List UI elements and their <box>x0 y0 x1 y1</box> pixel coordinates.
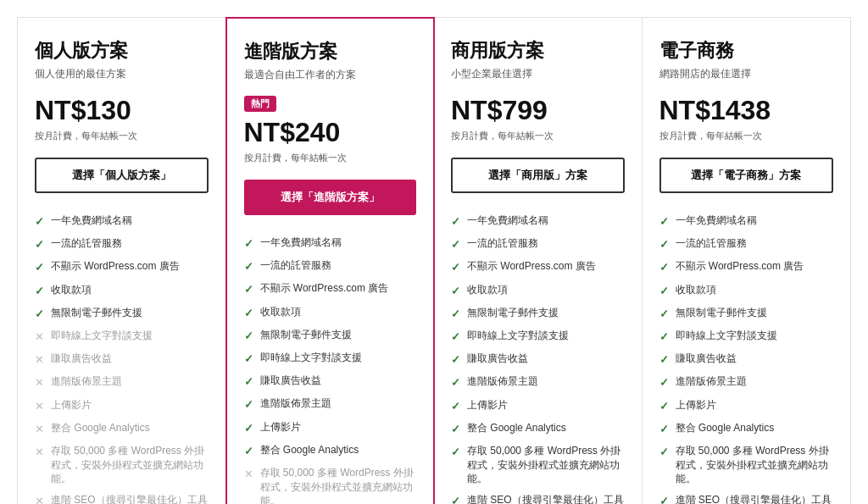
features-list: ✓ 一年免費網域名稱 ✓ 一流的託管服務 ✓ 不顯示 WordPress.com… <box>659 210 834 504</box>
select-plan-button[interactable]: 選擇「電子商務」方案 <box>659 158 834 193</box>
plan-price: NT$799 <box>451 95 625 126</box>
feature-text: 收取款項 <box>51 283 92 297</box>
check-icon: ✓ <box>35 237 44 252</box>
check-icon: ✓ <box>451 352 460 368</box>
feature-text: 無限制電子郵件支援 <box>676 306 767 320</box>
feature-text: 一年免費網域名稱 <box>51 213 132 228</box>
feature-item: ✓ 賺取廣告收益 <box>244 370 417 393</box>
cross-icon: ✕ <box>35 494 44 504</box>
plan-billing: 按月計費，每年結帳一次 <box>244 152 417 164</box>
features-list: ✓ 一年免費網域名稱 ✓ 一流的託管服務 ✓ 不顯示 WordPress.com… <box>244 232 417 504</box>
cross-icon: ✕ <box>35 352 44 368</box>
check-icon: ✓ <box>244 236 253 252</box>
feature-text: 即時線上文字對談支援 <box>676 329 777 343</box>
feature-text: 整合 Google Analytics <box>260 443 359 457</box>
plan-card-personal: 個人版方案 個人使用的最佳方案 NT$130 按月計費，每年結帳一次 選擇「個人… <box>18 18 226 504</box>
feature-text: 進階 SEO（搜尋引擎最佳化）工具 <box>467 493 624 504</box>
feature-text: 進階 SEO（搜尋引擎最佳化）工具 <box>51 493 208 504</box>
check-icon: ✓ <box>659 352 669 368</box>
feature-item: ✓ 賺取廣告收益 <box>659 348 834 371</box>
feature-item: ✓ 收取款項 <box>35 280 209 302</box>
feature-text: 整合 Google Analytics <box>467 421 566 435</box>
check-icon: ✓ <box>451 214 460 230</box>
feature-text: 進階 SEO（搜尋引擎最佳化）工具 <box>676 493 832 504</box>
check-icon: ✓ <box>35 260 44 275</box>
check-icon: ✓ <box>659 445 669 460</box>
feature-text: 不顯示 WordPress.com 廣告 <box>676 259 804 274</box>
feature-text: 收取款項 <box>467 283 508 297</box>
select-plan-button[interactable]: 選擇「個人版方案」 <box>35 158 209 193</box>
check-icon: ✓ <box>244 421 253 436</box>
check-icon: ✓ <box>244 329 253 344</box>
feature-text: 不顯示 WordPress.com 廣告 <box>467 259 596 274</box>
feature-item: ✕ 上傳影片 <box>35 395 209 418</box>
check-icon: ✓ <box>244 352 253 367</box>
feature-text: 存取 50,000 多種 WordPress 外掛程式，安裝外掛程式並擴充網站功… <box>467 444 625 486</box>
plan-price: NT$130 <box>35 95 209 126</box>
plan-title: 電子商務 <box>659 38 834 64</box>
feature-item: ✓ 一年免費網域名稱 <box>451 210 625 233</box>
feature-text: 賺取廣告收益 <box>676 352 737 366</box>
feature-text: 進階版佈景主題 <box>51 374 122 389</box>
feature-text: 一年免費網域名稱 <box>260 235 342 250</box>
features-list: ✓ 一年免費網域名稱 ✓ 一流的託管服務 ✓ 不顯示 WordPress.com… <box>35 210 209 504</box>
feature-text: 收取款項 <box>260 305 301 319</box>
feature-text: 整合 Google Analytics <box>51 421 150 435</box>
check-icon: ✓ <box>659 422 669 437</box>
feature-text: 無限制電子郵件支援 <box>467 306 559 320</box>
select-plan-button[interactable]: 選擇「進階版方案」 <box>244 180 417 215</box>
feature-item: ✓ 無限制電子郵件支援 <box>659 302 834 325</box>
check-icon: ✓ <box>659 330 669 345</box>
feature-text: 上傳影片 <box>676 398 716 413</box>
plan-title: 個人版方案 <box>35 38 209 64</box>
feature-text: 進階版佈景主題 <box>260 396 331 411</box>
check-icon: ✓ <box>451 375 460 390</box>
feature-item: ✓ 一流的託管服務 <box>244 255 417 278</box>
cross-icon: ✕ <box>35 375 44 390</box>
check-icon: ✓ <box>659 237 669 252</box>
feature-text: 整合 Google Analytics <box>676 421 775 435</box>
feature-item: ✓ 無限制電子郵件支援 <box>244 324 417 347</box>
feature-item: ✓ 不顯示 WordPress.com 廣告 <box>659 256 834 279</box>
check-icon: ✓ <box>451 237 460 252</box>
check-icon: ✓ <box>451 445 460 460</box>
feature-item: ✓ 整合 Google Analytics <box>244 440 417 462</box>
feature-item: ✓ 存取 50,000 多種 WordPress 外掛程式，安裝外掛程式並擴充網… <box>659 440 834 490</box>
feature-item: ✕ 進階版佈景主題 <box>35 371 209 394</box>
cross-icon: ✕ <box>244 467 253 482</box>
check-icon: ✓ <box>451 260 460 275</box>
plans-container: 個人版方案 個人使用的最佳方案 NT$130 按月計費，每年結帳一次 選擇「個人… <box>17 17 851 504</box>
feature-text: 一流的託管服務 <box>51 236 122 251</box>
select-plan-button[interactable]: 選擇「商用版」方案 <box>451 158 625 193</box>
plan-title: 進階版方案 <box>244 39 417 64</box>
check-icon: ✓ <box>244 397 253 413</box>
cross-icon: ✕ <box>35 445 44 460</box>
feature-item: ✓ 一流的託管服務 <box>451 233 625 256</box>
feature-item: ✓ 進階 SEO（搜尋引擎最佳化）工具 <box>451 490 625 504</box>
feature-item: ✓ 整合 Google Analytics <box>659 418 834 440</box>
feature-item: ✓ 進階 SEO（搜尋引擎最佳化）工具 <box>659 490 834 504</box>
plan-card-advanced: 進階版方案 最適合自由工作者的方案 熱門 NT$240 按月計費，每年結帳一次 … <box>225 17 436 504</box>
check-icon: ✓ <box>244 259 253 274</box>
feature-item: ✓ 賺取廣告收益 <box>451 348 625 371</box>
feature-text: 賺取廣告收益 <box>467 352 528 366</box>
feature-text: 存取 50,000 多種 WordPress 外掛程式，安裝外掛程式並擴充網站功… <box>260 466 417 504</box>
feature-text: 即時線上文字對談支援 <box>51 329 153 343</box>
feature-item: ✓ 一年免費網域名稱 <box>244 232 417 255</box>
feature-item: ✓ 即時線上文字對談支援 <box>451 325 625 348</box>
feature-item: ✓ 即時線上文字對談支援 <box>244 347 417 370</box>
check-icon: ✓ <box>35 284 44 299</box>
feature-text: 不顯示 WordPress.com 廣告 <box>260 281 389 296</box>
feature-item: ✓ 收取款項 <box>451 280 625 302</box>
plan-price: NT$240 <box>244 117 417 148</box>
check-icon: ✓ <box>659 375 669 390</box>
feature-text: 一年免費網域名稱 <box>467 213 548 228</box>
feature-item: ✓ 上傳影片 <box>659 395 834 418</box>
feature-text: 不顯示 WordPress.com 廣告 <box>51 259 180 274</box>
feature-item: ✓ 不顯示 WordPress.com 廣告 <box>451 256 625 279</box>
feature-text: 一流的託管服務 <box>260 258 331 273</box>
plan-subtitle: 網路開店的最佳選擇 <box>659 67 834 81</box>
plan-subtitle: 最適合自由工作者的方案 <box>244 68 417 82</box>
feature-text: 一流的託管服務 <box>467 236 538 251</box>
cross-icon: ✕ <box>35 422 44 437</box>
